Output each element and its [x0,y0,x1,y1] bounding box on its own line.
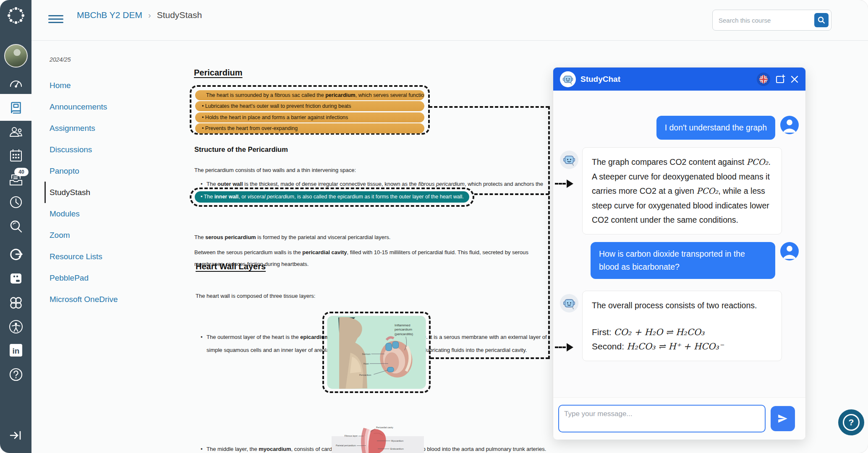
user-avatar-icon [780,116,799,134]
calendar-icon[interactable] [0,147,31,164]
svg-text:(pericarditis): (pericarditis) [395,332,413,336]
user-message-1: I don't understand the graph [560,116,799,140]
language-flag-icon[interactable] [757,73,770,86]
pericarditis-figure-box: Inflammed pericardium (pericarditis) Ste… [322,312,431,393]
global-sidebar: 40 [0,0,31,453]
accessibility-person-icon[interactable] [0,318,31,336]
course-nav-studystash[interactable]: StudyStash [44,182,175,203]
connector-line-figure [431,357,549,359]
collapse-arrow-icon[interactable] [0,426,31,445]
user-avatar-icon [780,242,799,260]
section-heart-wall-heading: Heart Wall Layers [196,262,266,271]
inbox-count-badge: 40 [14,168,29,176]
course-nav-home[interactable]: Home [50,75,175,96]
equation-first: First: CO₂ + H₂O ⇌ H₂CO₃ [592,325,772,339]
chat-messages-area: I don't understand the graph The graph c… [553,91,805,440]
bot-avatar-robot-icon [560,294,578,312]
chat-input-bar [553,397,805,440]
connector-arrow-response-1 [555,180,573,188]
svg-text:in: in [12,346,19,355]
svg-text:Inflammed: Inflammed [395,323,410,327]
media-square-icon[interactable] [0,269,31,288]
bot-avatar-robot-icon [560,151,578,169]
section-structure-heading: Structure of the Pericardium [194,146,288,154]
bot-paragraph: The overall process consists of two reac… [592,298,772,312]
heart-wall-layers-figure: Pericardial cavity Fibrous layer Parieta… [332,425,424,453]
search-magnifier-icon[interactable] [0,217,31,236]
breadcrumb: MBChB Y2 DEM › StudyStash [77,10,202,20]
studychat-title: StudyChat [580,75,752,84]
app-window: 40 [0,0,868,453]
studychat-logo-robot-icon [560,71,576,87]
highlighted-functions-box: The heart is surrounded by a fibrous sac… [190,85,430,135]
bullet-marker: • [201,331,203,344]
svg-text:Pericardium: Pericardium [359,374,371,376]
page-title: Pericardium [194,68,243,78]
connector-arrow-response-2 [555,343,573,351]
course-search-box [712,10,831,31]
svg-text:pericardium: pericardium [395,328,412,331]
close-chat-icon[interactable] [790,75,799,83]
svg-text:Heart: Heart [363,362,369,365]
course-nav-discussions[interactable]: Discussions [50,139,175,160]
user-bubble: I don't understand the graph [656,116,775,140]
user-bubble: How is carbon dioxide transported in the… [591,242,775,279]
connector-line-vertical [548,106,550,359]
bot-bubble: The overall process consists of two reac… [582,291,782,361]
linkedin-icon[interactable]: in [0,341,31,359]
serous-paragraph: The serous pericardium is formed by the … [194,234,390,240]
highlight-line: • Lubricates the heart's outer wall to p… [195,101,424,111]
svg-text:Fibrous layer: Fibrous layer [345,435,358,437]
chat-message-input[interactable] [558,405,766,432]
breadcrumb-course-link[interactable]: MBChB Y2 DEM [77,10,142,20]
course-nav-zoom[interactable]: Zoom [50,224,175,246]
studychat-panel: StudyChat [553,67,806,439]
highlighted-inner-wall-box: • The inner wall, or visceral pericardiu… [190,187,474,207]
user-message-2: How is carbon dioxide transported in the… [560,242,799,279]
help-question-glyph: ? [843,414,860,431]
bot-bubble: The graph compares CO2 content against P… [582,147,782,234]
pericarditis-illustration: Inflammed pericardium (pericarditis) Ste… [327,316,426,389]
course-nav-onedrive[interactable]: Microsoft OneDrive [50,289,175,310]
course-search-input[interactable] [713,17,814,24]
studychat-header: StudyChat [553,68,805,91]
highlight-line: • Prevents the heart from over-expanding [195,123,424,133]
teal-highlight-line: • The inner wall, or visceral pericardiu… [195,191,469,203]
dashboard-gauge-icon[interactable] [0,75,31,91]
svg-text:Pericardial cavity: Pericardial cavity [376,426,393,429]
svg-text:Parietal pericardium: Parietal pericardium [336,444,356,447]
course-nav-assignments[interactable]: Assignments [50,117,175,139]
groups-people-icon[interactable] [0,124,31,140]
highlight-line: • Holds the heart in place and forms a b… [195,112,424,122]
header-divider [31,40,868,41]
course-nav-announcements[interactable]: Announcements [50,96,175,117]
new-chat-icon[interactable] [775,74,786,85]
help-question-icon[interactable] [0,366,31,383]
connector-line-inner-wall [474,193,549,195]
canvas-logo-icon[interactable] [0,5,31,26]
svg-text:Sternum: Sternum [362,353,371,355]
course-nav: Home Announcements Assignments Discussio… [50,75,175,310]
share-arrow-circle-icon[interactable] [0,247,31,263]
breadcrumb-separator: › [148,10,151,20]
course-nav-resource-lists[interactable]: Resource Lists [50,246,175,267]
hamburger-menu-icon[interactable] [48,13,63,25]
avatar-photo [4,44,28,68]
apps-clover-icon[interactable] [0,294,31,312]
svg-text:Endocardium: Endocardium [390,448,404,450]
search-submit-button[interactable] [814,13,829,27]
svg-text:Myocardium: Myocardium [391,440,404,442]
bot-message-1: The graph compares CO2 content against P… [560,147,799,234]
layers-intro: The heart wall is composed of three tiss… [196,293,315,299]
term-label: 2024/25 [50,56,71,63]
structure-intro: The pericardium consists of two walls an… [194,167,356,173]
course-nav-modules[interactable]: Modules [50,203,175,224]
course-nav-pebblepad[interactable]: PebblePad [50,267,175,289]
send-button[interactable] [771,406,795,431]
courses-book-icon[interactable] [0,100,31,116]
help-floating-button[interactable]: ? [838,409,864,435]
highlight-line: The heart is surrounded by a fibrous sac… [195,90,424,100]
history-clock-icon[interactable] [0,194,31,211]
course-nav-panopto[interactable]: Panopto [50,160,175,182]
user-avatar[interactable] [0,44,31,68]
